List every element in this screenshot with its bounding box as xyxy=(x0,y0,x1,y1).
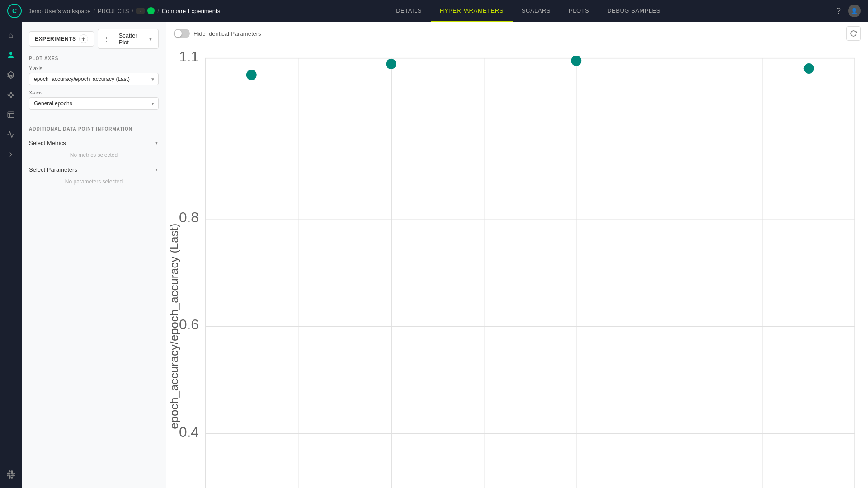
help-icon[interactable]: ? xyxy=(836,6,841,16)
top-nav-icons: ? 👤 xyxy=(836,5,861,17)
experiments-button[interactable]: EXPERIMENTS + xyxy=(29,31,94,47)
tab-details[interactable]: DETAILS xyxy=(387,0,431,22)
status-indicator xyxy=(147,7,155,14)
x-axis-label: X-axis xyxy=(29,90,159,95)
refresh-button[interactable] xyxy=(846,26,861,41)
breadcrumb-sep1: / xyxy=(93,8,95,14)
select-parameters-row[interactable]: Select Parameters ▼ xyxy=(29,164,159,176)
breadcrumb-current: Compare Experiments xyxy=(162,8,220,14)
left-panel: EXPERIMENTS + ⋮⋮ Scatter Plot ▼ PLOT AXE… xyxy=(22,22,166,488)
additional-section: ADDITIONAL DATA POINT INFORMATION Select… xyxy=(29,119,159,190)
breadcrumb-workspace[interactable]: Demo User's workspace xyxy=(27,8,90,14)
x-axis-select[interactable]: General.epochs xyxy=(29,97,159,110)
scatter-plot-button[interactable]: ⋮⋮ Scatter Plot ▼ xyxy=(98,29,159,49)
svg-point-0 xyxy=(9,52,12,55)
breadcrumb-more[interactable]: ··· xyxy=(136,8,145,14)
user-avatar[interactable]: 👤 xyxy=(848,5,861,17)
y-axis-select-wrapper: epoch_accuracy/epoch_accuracy (Last) ▼ xyxy=(29,73,159,85)
svg-line-6 xyxy=(9,94,10,95)
left-sidebar: ⌂ xyxy=(0,22,22,488)
sidebar-icon-pipelines[interactable] xyxy=(3,87,19,103)
add-experiment-icon[interactable]: + xyxy=(79,34,88,43)
breadcrumb-projects[interactable]: PROJECTS xyxy=(98,8,129,14)
svg-line-9 xyxy=(12,95,13,97)
data-point-4[interactable] xyxy=(804,63,814,74)
svg-text:0.4: 0.4 xyxy=(179,424,199,440)
top-navigation: C Demo User's workspace / PROJECTS / ···… xyxy=(0,0,868,22)
sidebar-icon-home[interactable]: ⌂ xyxy=(3,27,19,43)
y-axis-select[interactable]: epoch_accuracy/epoch_accuracy (Last) xyxy=(29,73,159,85)
svg-text:1.1: 1.1 xyxy=(179,48,199,65)
sidebar-icon-reports[interactable] xyxy=(3,107,19,123)
hide-identical-switch[interactable] xyxy=(174,29,190,38)
scatter-chevron-icon: ▼ xyxy=(148,37,153,42)
sidebar-icon-models[interactable] xyxy=(3,127,19,143)
breadcrumb-sep3: / xyxy=(157,8,159,14)
chart-svg-wrapper: 0.1 0.4 0.6 0.8 1.1 xyxy=(166,45,868,488)
toggle-knob xyxy=(175,30,182,37)
no-parameters-text: No parameters selected xyxy=(29,176,159,190)
content-area: EXPERIMENTS + ⋮⋮ Scatter Plot ▼ PLOT AXE… xyxy=(22,22,868,488)
svg-line-7 xyxy=(9,95,10,96)
select-parameters-chevron-icon: ▼ xyxy=(154,167,159,172)
select-metrics-label: Select Metrics xyxy=(29,140,66,146)
data-point-2[interactable] xyxy=(386,59,396,69)
sidebar-icon-slack[interactable] xyxy=(3,466,19,483)
breadcrumb-sep2: / xyxy=(132,8,133,14)
experiments-bar: EXPERIMENTS + ⋮⋮ Scatter Plot ▼ xyxy=(29,29,159,49)
main-layout: ⌂ EXPERIME xyxy=(0,22,868,488)
hide-identical-toggle: Hide Identical Parameters xyxy=(174,29,261,38)
sidebar-icon-layers[interactable] xyxy=(3,67,19,83)
svg-point-5 xyxy=(13,94,14,96)
y-axis-label: Y-axis xyxy=(29,66,159,71)
x-axis-select-wrapper: General.epochs ▼ xyxy=(29,97,159,110)
svg-point-4 xyxy=(10,96,12,98)
data-point-1[interactable] xyxy=(246,70,257,80)
top-tabs: DETAILS HYPERPARAMETERS SCALARS PLOTS DE… xyxy=(387,0,670,22)
breadcrumb: Demo User's workspace / PROJECTS / ··· /… xyxy=(27,7,220,14)
svg-text:epoch_accuracy/epoch_accuracy : epoch_accuracy/epoch_accuracy (Last) xyxy=(168,224,180,429)
tab-scalars[interactable]: SCALARS xyxy=(513,0,560,22)
select-parameters-label: Select Parameters xyxy=(29,166,77,173)
tab-plots[interactable]: PLOTS xyxy=(560,0,598,22)
svg-rect-10 xyxy=(8,112,14,118)
svg-point-2 xyxy=(8,94,9,96)
svg-point-3 xyxy=(10,92,12,94)
svg-text:0.6: 0.6 xyxy=(179,316,199,333)
experiments-label: EXPERIMENTS xyxy=(35,36,76,42)
svg-rect-14 xyxy=(205,58,855,488)
chart-toolbar: Hide Identical Parameters xyxy=(166,22,868,45)
select-metrics-chevron-icon: ▼ xyxy=(154,141,159,145)
sidebar-icon-arrow[interactable] xyxy=(3,146,19,163)
no-metrics-text: No metrics selected xyxy=(29,149,159,164)
tab-hyperparameters[interactable]: HYPERPARAMETERS xyxy=(431,0,513,22)
hide-identical-label: Hide Identical Parameters xyxy=(193,30,261,37)
scatter-chart: 0.1 0.4 0.6 0.8 1.1 xyxy=(166,45,868,488)
select-metrics-row[interactable]: Select Metrics ▼ xyxy=(29,137,159,149)
scatter-plot-label: Scatter Plot xyxy=(119,32,146,46)
data-point-3[interactable] xyxy=(571,56,581,66)
sidebar-bottom xyxy=(3,466,19,483)
tab-debug-samples[interactable]: DEBUG SAMPLES xyxy=(598,0,670,22)
additional-section-label: ADDITIONAL DATA POINT INFORMATION xyxy=(29,127,159,131)
scatter-plot-icon: ⋮⋮ xyxy=(104,35,116,42)
svg-text:0.8: 0.8 xyxy=(179,209,199,225)
svg-line-8 xyxy=(12,93,13,94)
sidebar-icon-brain[interactable] xyxy=(3,47,19,63)
app-logo: C xyxy=(7,4,22,18)
plot-axes-label: PLOT AXES xyxy=(29,56,159,61)
chart-area: Hide Identical Parameters xyxy=(166,22,868,488)
